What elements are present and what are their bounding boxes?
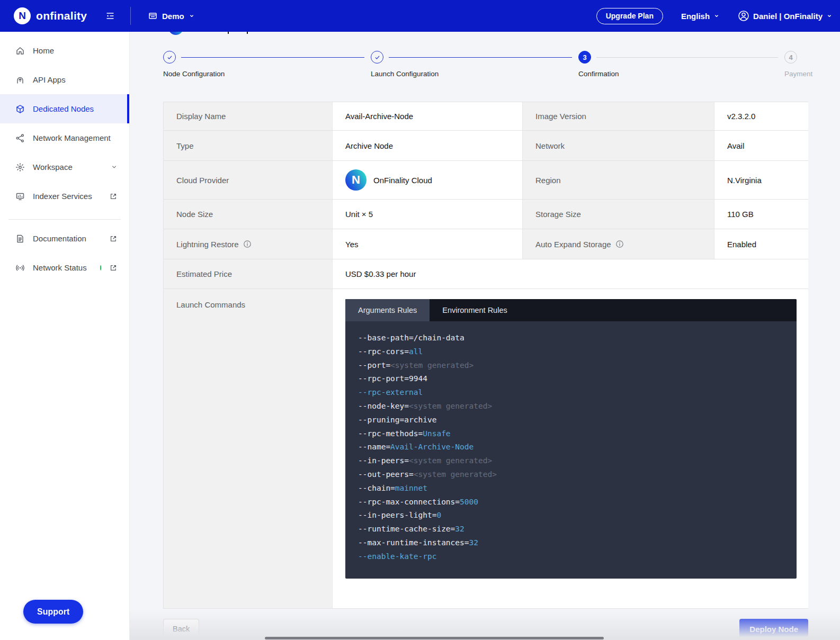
field-label: Display Name bbox=[164, 102, 333, 130]
avatar-icon bbox=[738, 10, 749, 22]
sidebar-item-label: API Apps bbox=[33, 75, 66, 84]
indexer-icon bbox=[15, 192, 25, 201]
brand[interactable]: N onfinality bbox=[0, 7, 95, 24]
code-line: --max-runtime-instances=32 bbox=[358, 538, 786, 552]
step-label: Confirmation bbox=[578, 70, 619, 78]
app-window: N onfinality Demo Upgrade Plan English bbox=[0, 0, 840, 640]
code-segment: --runtime-cache-size= bbox=[358, 525, 455, 533]
sidebar-item-label: Indexer Services bbox=[33, 192, 92, 201]
field-value-text: Enabled bbox=[727, 240, 756, 249]
code-segment: --rpc-port=9944 bbox=[358, 374, 427, 383]
field-label: Launch Commands bbox=[164, 289, 333, 608]
code-segment: --in-peers= bbox=[358, 456, 409, 465]
chevron-down-icon bbox=[713, 13, 720, 19]
field-value: USD $0.33 per hour bbox=[333, 259, 808, 289]
user-menu[interactable]: Daniel | OnFinality bbox=[738, 10, 833, 22]
code-segment: <system generated> bbox=[409, 456, 492, 465]
chevron-down-icon bbox=[111, 164, 118, 170]
step-circle-2[interactable] bbox=[371, 51, 383, 64]
stepper-connector bbox=[181, 57, 364, 58]
code-segment: 5000 bbox=[460, 498, 478, 506]
code-line: --chain=mainnet bbox=[358, 484, 786, 498]
field-label: Storage Size bbox=[523, 200, 714, 229]
step-circle-3[interactable]: 3 bbox=[578, 51, 591, 64]
info-icon[interactable] bbox=[615, 240, 624, 248]
sidebar-item-label: Network Management bbox=[33, 133, 111, 142]
field-label-text: Region bbox=[535, 176, 561, 185]
network-icon bbox=[15, 133, 25, 143]
sidebar-item-network-status[interactable]: Network Status bbox=[0, 253, 129, 282]
navbar-divider bbox=[130, 7, 131, 25]
field-label-text: Launch Commands bbox=[176, 300, 245, 309]
sidebar-item-documentation[interactable]: Documentation bbox=[0, 224, 129, 253]
sidebar-item-network-management[interactable]: Network Management bbox=[0, 123, 129, 152]
code-segment: --in-peers-light= bbox=[358, 511, 436, 519]
code-segment: <system generated> bbox=[390, 361, 473, 369]
field-value-text: Yes bbox=[345, 240, 358, 249]
field-label: Lightning Restore bbox=[164, 229, 333, 259]
sidebar-item-right bbox=[109, 264, 118, 272]
info-icon[interactable] bbox=[243, 240, 252, 248]
code-tabs: Arguments RulesEnvironment Rules bbox=[345, 299, 797, 321]
sidebar-item-workspace[interactable]: Workspace bbox=[0, 152, 129, 182]
field-value-text: USD $0.33 per hour bbox=[345, 269, 416, 278]
code-segment: Avail-Archive-Node bbox=[390, 443, 473, 451]
code-segment: 32 bbox=[455, 525, 464, 533]
step-circle-4[interactable]: 4 bbox=[784, 51, 797, 64]
sidebar-item-dedicated-nodes[interactable]: Dedicated Nodes bbox=[0, 94, 129, 123]
field-value: Avail bbox=[714, 131, 808, 160]
code-line: --pruning=archive bbox=[358, 416, 786, 429]
external-link-icon bbox=[109, 192, 118, 201]
field-value: NOnFinality Cloud bbox=[333, 161, 523, 199]
code-line: --enable-kate-rpc bbox=[358, 552, 786, 566]
code-line: --name=Avail-Archive-Node bbox=[358, 443, 786, 456]
field-label-text: Image Version bbox=[535, 112, 586, 121]
step-circle-1[interactable] bbox=[163, 51, 176, 64]
external-link-icon bbox=[109, 235, 118, 243]
sidebar-item-right bbox=[109, 235, 118, 243]
page-title-clipped bbox=[163, 32, 808, 35]
field-value-text: Avail-Archive-Node bbox=[345, 112, 413, 121]
tab-environment-rules[interactable]: Environment Rules bbox=[430, 299, 520, 321]
sidebar-item-right bbox=[111, 164, 118, 170]
field-label: Node Size bbox=[164, 200, 333, 229]
sidebar-item-api-apps[interactable]: API Apps bbox=[0, 65, 129, 94]
sidebar-item-home[interactable]: Home bbox=[0, 36, 129, 65]
stepper-connector bbox=[389, 57, 572, 58]
back-button[interactable]: Back bbox=[163, 619, 199, 639]
main-content: Node ConfigurationLaunch Configuration3C… bbox=[130, 32, 840, 640]
table-row: Node SizeUnit × 5Storage Size110 GB bbox=[164, 199, 808, 229]
language-switcher[interactable]: English bbox=[681, 12, 720, 21]
status-dot bbox=[100, 265, 101, 271]
field-label-text: Cloud Provider bbox=[176, 176, 229, 185]
sidebar-item-label: Workspace bbox=[33, 163, 73, 172]
table-row: Display NameAvail-Archive-NodeImage Vers… bbox=[164, 102, 808, 130]
workspace-icon bbox=[148, 11, 158, 21]
code-segment: all bbox=[409, 347, 423, 356]
deploy-node-button[interactable]: Deploy Node bbox=[739, 619, 808, 639]
workspace-switcher[interactable]: Demo bbox=[148, 11, 195, 21]
sidebar-item-label: Documentation bbox=[33, 234, 86, 243]
sidebar-collapse-icon[interactable] bbox=[105, 11, 115, 21]
sidebar-item-indexer-services[interactable]: Indexer Services bbox=[0, 182, 129, 211]
chevron-down-icon bbox=[826, 13, 833, 19]
code-segment: --name= bbox=[358, 443, 390, 451]
tab-arguments-rules[interactable]: Arguments Rules bbox=[345, 299, 430, 321]
gear-icon bbox=[15, 163, 25, 172]
code-line: --rpc-port=9944 bbox=[358, 374, 786, 388]
step-label: Payment bbox=[784, 70, 812, 78]
code-segment: --rpc-external bbox=[358, 388, 423, 396]
field-label: Cloud Provider bbox=[164, 161, 333, 199]
brand-name: onfinality bbox=[36, 10, 87, 22]
bottom-scrollbar[interactable] bbox=[265, 637, 604, 639]
code-line: --rpc-cors=all bbox=[358, 347, 786, 361]
field-value: Yes bbox=[333, 229, 523, 259]
table-row-launch-commands: Launch CommandsArguments RulesEnvironmen… bbox=[164, 289, 808, 608]
code-body: --base-path=/chain-data--rpc-cors=all--p… bbox=[345, 321, 797, 579]
upgrade-plan-button[interactable]: Upgrade Plan bbox=[596, 8, 663, 24]
launch-commands-panel: Arguments RulesEnvironment Rules--base-p… bbox=[345, 299, 797, 579]
code-segment: <system generated> bbox=[414, 470, 497, 479]
top-navbar: N onfinality Demo Upgrade Plan English bbox=[0, 0, 840, 32]
code-segment: mainnet bbox=[395, 484, 427, 492]
support-button[interactable]: Support bbox=[23, 600, 83, 624]
